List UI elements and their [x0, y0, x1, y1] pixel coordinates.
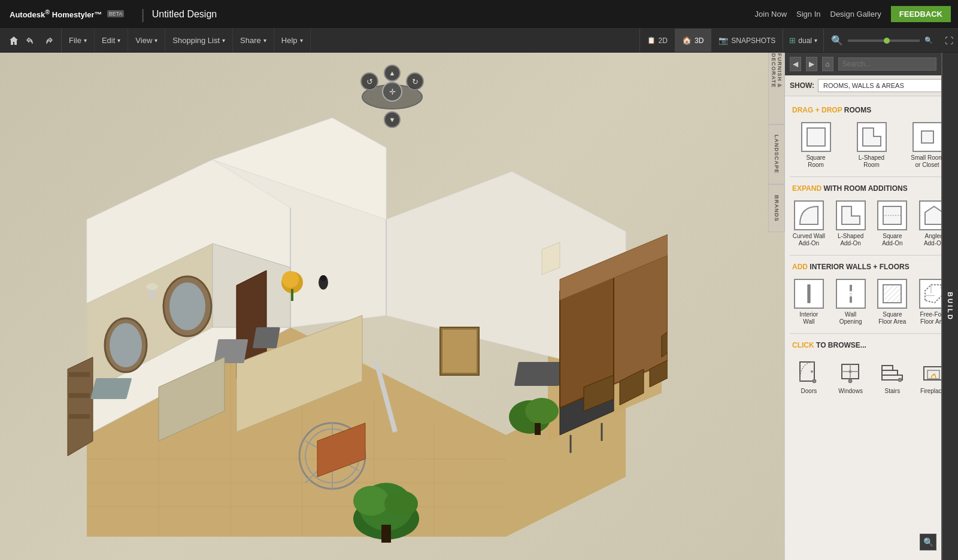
panel-forward-button[interactable]: ▶ — [806, 57, 817, 71]
svg-point-65 — [525, 398, 559, 424]
panel-home-button[interactable]: ⌂ — [822, 57, 833, 71]
svg-rect-100 — [882, 370, 898, 375]
zoom-in-button[interactable]: 🔍 — [922, 35, 935, 45]
logo-beta: BETA — [107, 10, 125, 17]
square-room-item[interactable]: SquareRoom — [790, 119, 842, 172]
view-3d-button[interactable]: 🏠 3D — [675, 29, 711, 52]
zoom-handle[interactable] — [884, 38, 890, 44]
square-addon-icon — [877, 200, 907, 230]
window-icon — [835, 357, 866, 388]
main-area: ↺ ✛ ↻ ▲ ▼ — [0, 53, 958, 560]
edit-menu[interactable]: Edit ▾ — [95, 29, 128, 52]
svg-rect-75 — [807, 128, 825, 146]
rotate-left-button[interactable]: ↺ — [360, 72, 378, 90]
square-floor-area-item[interactable]: SquareFloor Area — [874, 276, 912, 328]
stairs-browse-item[interactable]: Stairs — [874, 354, 912, 397]
square-room-icon — [801, 122, 831, 152]
square-floor-area-icon — [877, 279, 907, 309]
show-dropdown[interactable]: ROOMS, WALLS & AREAS — [818, 79, 953, 92]
windows-browse-item[interactable]: Windows — [832, 354, 870, 397]
svg-rect-83 — [850, 285, 852, 291]
svg-rect-103 — [924, 367, 943, 380]
canvas-area[interactable]: ↺ ✛ ↻ ▲ ▼ — [0, 53, 784, 560]
dual-view-button[interactable]: ⊞ dual ▾ — [783, 29, 824, 52]
undo-button[interactable] — [23, 34, 40, 48]
rotate-up-button[interactable]: ▲ — [384, 65, 401, 81]
svg-rect-33 — [252, 327, 280, 348]
landscape-tab[interactable]: LANDSCAPE — [768, 124, 785, 184]
l-shaped-addon-icon — [836, 200, 866, 230]
svg-point-93 — [813, 379, 816, 383]
curved-wall-item[interactable]: Curved WallAdd-On — [790, 197, 828, 250]
doors-browse-item[interactable]: Doors — [790, 354, 828, 397]
toolbar-right: 📋 2D 🏠 3D 📷 SNAPSHOTS ⊞ dual ▾ 🔍 🔍 ⛶ — [639, 29, 958, 52]
show-bar: SHOW: ROOMS, WALLS & AREAS — [785, 75, 958, 96]
shopping-list-menu[interactable]: Shopping List ▾ — [165, 29, 233, 52]
redo-button[interactable] — [40, 34, 56, 48]
sign-in-link[interactable]: Sign In — [796, 10, 820, 19]
svg-rect-35 — [90, 378, 132, 399]
zoom-bar: 🔍 🔍 — [824, 29, 940, 52]
floorplan-svg — [39, 100, 668, 549]
zoom-slider[interactable] — [848, 39, 920, 42]
side-tabs: FURNISH & DECORATE LANDSCAPE BRANDS — [768, 53, 785, 232]
panel-back-button[interactable]: ◀ — [790, 57, 801, 71]
furnish-decorate-tab[interactable]: FURNISH & DECORATE — [768, 53, 785, 124]
view-2d-button[interactable]: 📋 2D — [639, 29, 675, 52]
interior-wall-icon — [794, 279, 824, 309]
svg-point-49 — [384, 491, 418, 517]
feedback-button[interactable]: FEEDBACK — [891, 6, 951, 22]
svg-rect-63 — [442, 330, 477, 373]
snapshots-button[interactable]: 📷 SNAPSHOTS — [711, 29, 783, 52]
view-menu[interactable]: View ▾ — [128, 29, 165, 52]
home-button[interactable] — [5, 33, 23, 48]
svg-marker-78 — [842, 206, 860, 224]
show-label: SHOW: — [790, 81, 814, 90]
l-shaped-addon-item[interactable]: L-ShapedAdd-On — [832, 197, 870, 250]
design-title[interactable]: Untitled Design — [152, 9, 217, 20]
svg-marker-88 — [925, 285, 943, 303]
right-panel: BUILD FURNISH & DECORATE LANDSCAPE BRAND… — [784, 53, 958, 560]
square-addon-item[interactable]: SquareAdd-On — [874, 197, 912, 250]
zoom-out-button[interactable]: 🔍 — [829, 34, 845, 47]
walls-section-header: ADD INTERIOR WALLS + FLOORS — [790, 258, 953, 273]
top-right-nav: Join Now Sign In Design Gallery FEEDBACK — [755, 6, 958, 22]
interior-wall-item[interactable]: InteriorWall — [790, 276, 828, 328]
door-icon — [793, 357, 824, 388]
title-bar: Autodesk® Homestyler™ BETA | Untitled De… — [0, 0, 958, 29]
additions-grid: Curved WallAdd-On L-ShapedAdd-On — [790, 195, 953, 252]
expand-section-header: EXPAND WITH ROOM ADDITIONS — [790, 179, 953, 195]
rotate-right-button[interactable]: ↻ — [406, 72, 424, 90]
svg-point-73 — [320, 275, 326, 281]
divider-1 — [790, 176, 953, 177]
svg-point-70 — [282, 271, 299, 288]
logo-text: Autodesk® Homestyler™ — [10, 8, 102, 19]
wall-opening-item[interactable]: WallOpening — [832, 276, 870, 328]
share-menu[interactable]: Share ▾ — [233, 29, 274, 52]
svg-point-25 — [169, 282, 205, 330]
panel-magnify-icon[interactable]: 🔍 — [920, 534, 936, 550]
toolbar-menus: File ▾ Edit ▾ View ▾ Shopping List ▾ Sha… — [62, 29, 311, 52]
fullscreen-button[interactable]: ⛶ — [940, 34, 958, 48]
design-gallery-link[interactable]: Design Gallery — [830, 10, 881, 19]
l-shaped-room-item[interactable]: L-ShapedRoom — [845, 119, 898, 172]
svg-rect-27 — [69, 372, 90, 377]
file-menu[interactable]: File ▾ — [62, 29, 95, 52]
toolbar-left — [0, 29, 62, 52]
browse-section-header: CLICK TO BROWSE... — [790, 336, 953, 352]
panel-content: DRAG + DROP ROOMS SquareRoom — [785, 96, 958, 560]
wall-opening-icon — [836, 279, 866, 309]
svg-rect-82 — [808, 285, 810, 303]
divider-2 — [790, 255, 953, 255]
l-shaped-room-icon — [857, 122, 887, 152]
build-tab[interactable]: BUILD — [941, 53, 958, 560]
help-menu[interactable]: Help ▾ — [274, 29, 311, 52]
panel-search-input[interactable] — [838, 57, 936, 71]
svg-point-92 — [811, 370, 813, 373]
walls-grid: InteriorWall WallOpening — [790, 273, 953, 331]
svg-rect-86 — [883, 285, 901, 303]
brands-tab[interactable]: BRANDS — [768, 184, 785, 232]
join-now-link[interactable]: Join Now — [755, 10, 787, 19]
logo-area: Autodesk® Homestyler™ BETA — [0, 8, 134, 19]
svg-rect-66 — [535, 423, 541, 435]
